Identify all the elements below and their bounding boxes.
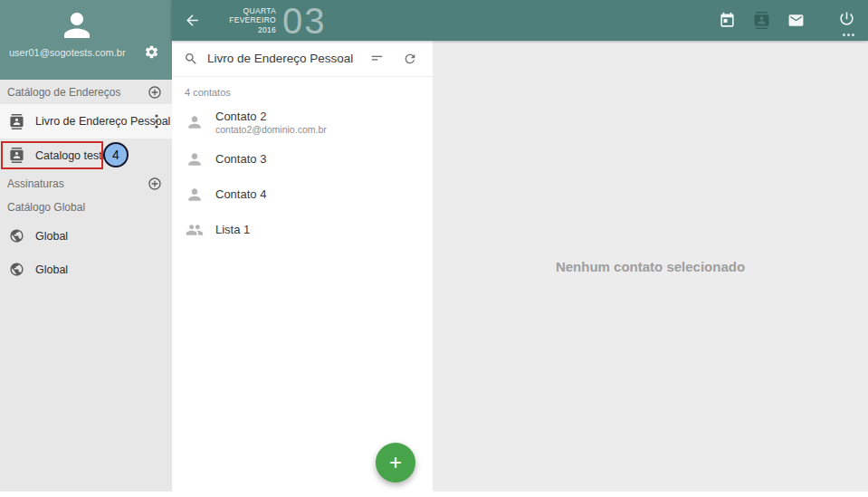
- empty-selection-message: Nenhum contato selecionado: [556, 259, 745, 274]
- refresh-icon[interactable]: [403, 52, 417, 66]
- address-books-header-label: Catálogo de Endereços: [7, 86, 120, 99]
- mail-icon[interactable]: [787, 12, 805, 29]
- sort-icon[interactable]: [369, 51, 385, 66]
- contact-text: Contato 3: [215, 152, 266, 166]
- contact-name: Lista 1: [215, 223, 250, 236]
- account-panel: user01@sogotests.com.br: [0, 0, 172, 80]
- contact-list-panel: 4 contatos Contato 2 contato2@dominio.co…: [172, 41, 433, 492]
- account-row: user01@sogotests.com.br: [9, 44, 159, 60]
- contact-name: Contato 3: [215, 152, 266, 166]
- sidebar-item-label: Catalogo teste.: [35, 149, 111, 162]
- date-year: 2016: [224, 25, 276, 35]
- date-day-number: 03: [282, 3, 327, 39]
- module-switcher: [719, 10, 855, 31]
- calendar-icon[interactable]: [719, 12, 736, 29]
- contact-row-contato-2[interactable]: Contato 2 contato2@dominio.com.br: [172, 102, 433, 141]
- contact-row-contato-3[interactable]: Contato 3: [172, 141, 433, 177]
- person-icon: [186, 186, 204, 204]
- sidebar-item-global-2[interactable]: Global: [0, 253, 172, 286]
- back-arrow-icon[interactable]: [184, 12, 201, 29]
- add-address-book-icon[interactable]: [148, 85, 162, 100]
- global-catalog-section-header: Catálogo Global: [0, 196, 172, 219]
- settings-gear-icon[interactable]: [144, 44, 159, 60]
- contact-text: Contato 4: [215, 187, 266, 201]
- contact-detail-panel: Nenhum contato selecionado: [433, 41, 868, 492]
- add-contact-fab[interactable]: +: [376, 443, 415, 483]
- contact-name: Contato 2: [215, 110, 327, 123]
- contacts-book-icon: [9, 114, 24, 129]
- sidebar-item-label: Livro de Endereço Pessoal: [35, 115, 170, 128]
- person-icon: [186, 113, 204, 131]
- search-input[interactable]: [207, 52, 369, 65]
- people-icon: [186, 221, 204, 239]
- globe-icon: [9, 228, 24, 244]
- search-bar: [172, 41, 433, 77]
- contacts-book-icon: [9, 148, 24, 163]
- contact-text: Lista 1: [215, 223, 250, 236]
- subscriptions-header-label: Assinaturas: [7, 177, 64, 190]
- contacts-icon[interactable]: [753, 12, 770, 29]
- contact-row-contato-4[interactable]: Contato 4: [172, 177, 433, 212]
- global-catalog-header-label: Catálogo Global: [7, 201, 85, 214]
- sidebar-item-catalogo-teste[interactable]: Catalogo teste. 4: [0, 139, 172, 172]
- address-books-section-header: Catálogo de Endereços: [0, 80, 172, 104]
- item-menu-dots-icon[interactable]: [155, 114, 158, 129]
- search-icon: [184, 52, 198, 66]
- account-email: user01@sogotests.com.br: [9, 47, 126, 58]
- window-bottom-strip: [0, 492, 868, 497]
- contact-text: Contato 2 contato2@dominio.com.br: [215, 110, 327, 135]
- power-icon: [838, 10, 855, 27]
- user-avatar-icon: [58, 6, 96, 44]
- main-toolbar: QUARTA FEVEREIRO 2016 03: [172, 0, 868, 41]
- sidebar-item-personal-address-book[interactable]: Livro de Endereço Pessoal: [0, 104, 172, 139]
- date-weekday: QUARTA: [224, 6, 276, 16]
- date-block: QUARTA FEVEREIRO 2016: [224, 6, 276, 35]
- globe-icon: [9, 262, 24, 277]
- date-month: FEVEREIRO: [224, 15, 276, 25]
- add-subscription-icon[interactable]: [148, 177, 162, 191]
- contact-name: Contato 4: [215, 187, 266, 201]
- contact-email: contato2@dominio.com.br: [215, 124, 327, 135]
- person-icon: [186, 150, 204, 168]
- sidebar-item-label: Global: [35, 263, 68, 276]
- sidebar-item-global-1[interactable]: Global: [0, 219, 172, 253]
- loading-dots: [843, 33, 845, 36]
- sidebar-item-label: Global: [35, 230, 68, 243]
- subscriptions-section-header: Assinaturas: [0, 172, 172, 196]
- contact-row-lista-1[interactable]: Lista 1: [172, 212, 433, 247]
- sidebar: user01@sogotests.com.br Catálogo de Ende…: [0, 0, 172, 492]
- contact-count: 4 contatos: [172, 77, 433, 102]
- logout-button[interactable]: [838, 10, 855, 31]
